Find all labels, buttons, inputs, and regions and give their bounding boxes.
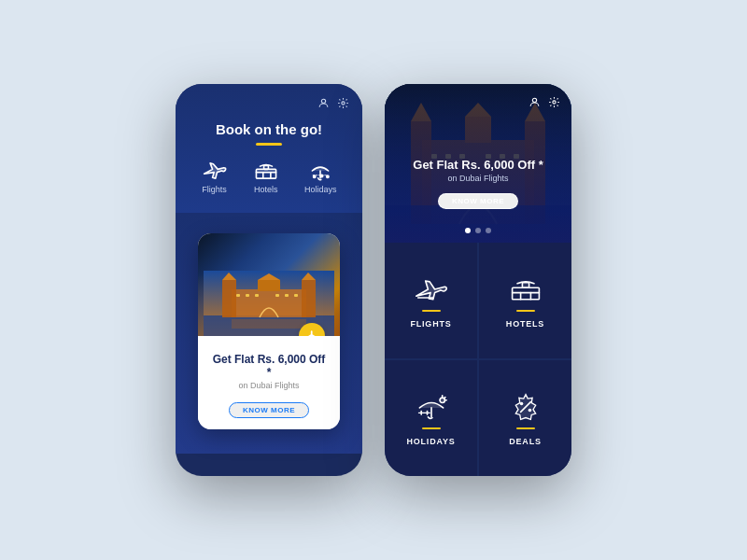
svg-rect-13 <box>302 280 316 317</box>
grid-hotels[interactable]: HOTELS <box>479 243 571 358</box>
svg-rect-21 <box>275 294 279 297</box>
flights-grid-icon <box>415 276 448 302</box>
card-know-more-button[interactable]: KNOW MORE <box>229 402 309 418</box>
hotel-icon <box>253 161 279 181</box>
umbrella-icon <box>307 161 333 181</box>
holidays-label: Holidays <box>304 185 337 194</box>
hotels-underline <box>516 310 535 312</box>
nav-flights[interactable]: Flights <box>202 161 228 194</box>
p2-user-icon[interactable] <box>529 95 541 112</box>
phone2-header-text: Get Flat Rs. 6,000 Off * on Dubai Flight… <box>385 158 571 209</box>
svg-marker-32 <box>465 103 491 117</box>
phone2-promo-title: Get Flat Rs. 6,000 Off * <box>385 158 571 174</box>
svg-rect-31 <box>465 117 491 143</box>
svg-point-6 <box>314 175 316 177</box>
card-body: Get Flat Rs. 6,000 Off * on Dubai Flight… <box>198 336 340 429</box>
promo-card: Get Flat Rs. 6,000 Off * on Dubai Flight… <box>198 233 340 429</box>
phone2-know-more-button[interactable]: KNOW MORE <box>438 193 518 209</box>
phones-container: Book on the go! Flights <box>176 84 571 476</box>
phone2-header: Get Flat Rs. 6,000 Off * on Dubai Flight… <box>385 84 571 243</box>
svg-rect-24 <box>232 319 306 329</box>
phone1-nav: Flights Hotels <box>189 161 349 194</box>
phone2-dots <box>385 228 571 233</box>
flights-underline <box>422 310 441 312</box>
phone2-body: Get Flat Rs. 6,000 Off * on Dubai Flight… <box>385 84 571 476</box>
svg-rect-3 <box>263 165 268 169</box>
flights-label: Flights <box>202 185 227 194</box>
svg-rect-22 <box>285 294 289 297</box>
phone1-title: Book on the go! <box>189 121 349 137</box>
svg-point-41 <box>532 98 536 102</box>
svg-marker-29 <box>411 103 431 121</box>
grid-deals[interactable]: DEALS <box>479 360 571 476</box>
card-image <box>198 233 340 336</box>
phone1-header: Book on the go! Flights <box>176 84 362 213</box>
settings-icon[interactable] <box>337 97 349 112</box>
hotels-label: Hotels <box>254 185 278 194</box>
deals-grid-label: DEALS <box>509 437 542 446</box>
phone-1: Book on the go! Flights <box>176 84 362 476</box>
p2-settings-icon[interactable] <box>548 95 560 112</box>
svg-rect-20 <box>255 294 259 297</box>
card-promo-sub: on Dubai Flights <box>209 381 329 390</box>
card-promo-title: Get Flat Rs. 6,000 Off * <box>209 353 329 379</box>
svg-rect-44 <box>512 287 539 300</box>
svg-rect-18 <box>236 294 240 297</box>
svg-point-8 <box>327 175 329 177</box>
dot-1 <box>465 228 471 233</box>
svg-point-1 <box>342 102 345 105</box>
phone-2: Get Flat Rs. 6,000 Off * on Dubai Flight… <box>385 84 571 476</box>
svg-rect-19 <box>246 294 249 297</box>
phone2-grid: FLIGHTS HOTELS <box>385 243 571 476</box>
hotels-grid-icon <box>509 276 543 302</box>
flights-grid-label: FLIGHTS <box>410 319 451 329</box>
holidays-underline <box>422 427 441 429</box>
svg-line-53 <box>444 398 444 399</box>
svg-point-0 <box>321 99 325 103</box>
dot-2 <box>475 228 481 233</box>
svg-rect-48 <box>522 283 529 287</box>
svg-rect-39 <box>385 205 571 243</box>
user-icon[interactable] <box>317 97 330 112</box>
grid-flights[interactable]: FLIGHTS <box>385 243 477 358</box>
svg-point-42 <box>553 101 556 104</box>
holidays-grid-label: HOLIDAYS <box>406 437 455 446</box>
plane-icon <box>202 161 228 181</box>
svg-rect-12 <box>222 280 236 317</box>
nav-holidays[interactable]: Holidays <box>304 161 337 194</box>
svg-rect-2 <box>256 169 275 178</box>
phone2-top-icons <box>529 95 560 112</box>
phone1-underline <box>256 143 282 146</box>
nav-hotels[interactable]: Hotels <box>253 161 279 194</box>
hotels-grid-label: HOTELS <box>506 319 544 329</box>
svg-rect-16 <box>258 280 280 291</box>
svg-point-58 <box>528 409 531 413</box>
holidays-grid-icon <box>415 394 448 420</box>
phone1-top-icons <box>189 97 349 112</box>
svg-point-7 <box>321 175 323 176</box>
dot-3 <box>486 228 491 233</box>
grid-holidays[interactable]: HOLIDAYS <box>385 360 477 476</box>
svg-rect-23 <box>294 294 298 297</box>
deals-underline <box>516 427 535 429</box>
deals-grid-icon <box>509 394 543 420</box>
svg-rect-11 <box>232 289 306 317</box>
svg-point-57 <box>519 402 523 406</box>
phone2-promo-sub: on Dubai Flights <box>385 174 571 183</box>
